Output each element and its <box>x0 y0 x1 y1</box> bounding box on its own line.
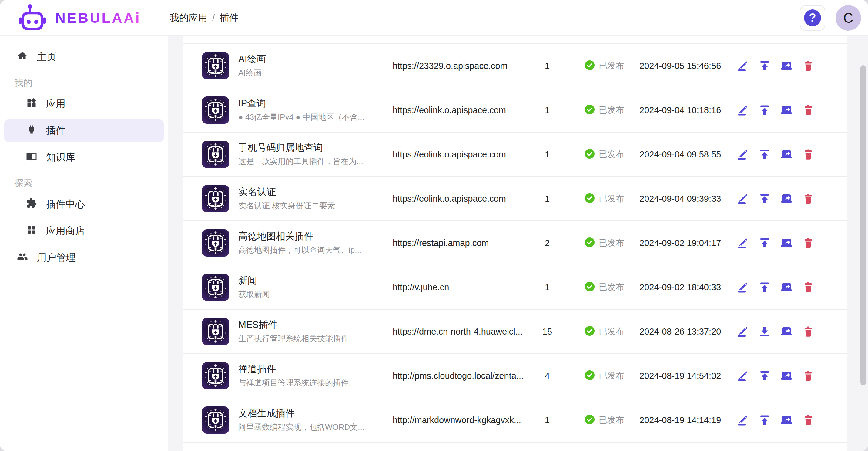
download-icon[interactable] <box>757 325 772 338</box>
delete-icon[interactable] <box>801 236 815 250</box>
share-icon[interactable] <box>779 369 794 383</box>
plugin-count: 15 <box>526 327 568 337</box>
plugin-count: 1 <box>526 194 568 204</box>
publish-icon[interactable] <box>757 280 772 294</box>
table-row[interactable]: IP查询 ● 43亿全量IPv4 ● 中国地区（不含... https://eo… <box>183 88 847 132</box>
share-icon[interactable] <box>779 413 794 427</box>
sidebar-item-app-store[interactable]: 应用商店 <box>4 220 164 242</box>
table-row[interactable]: 手机号码归属地查询 这是一款实用的工具插件，旨在为... https://eol… <box>183 132 847 177</box>
delete-icon[interactable] <box>801 192 815 206</box>
plugin-tile-icon <box>202 362 229 389</box>
sidebar-section-mine: 我的 <box>0 77 168 89</box>
status-label: 已发布 <box>599 149 624 160</box>
updated-date: 2024-09-05 15:46:56 <box>640 61 715 71</box>
table-row[interactable]: 高德地图相关插件 高德地图插件，可以查询天气、ip... https://res… <box>183 221 847 265</box>
table-row[interactable]: 文档生成插件 阿里函数编程实现，包括WORD文... http://markdo… <box>183 398 847 443</box>
publish-icon[interactable] <box>757 413 772 427</box>
edit-icon[interactable] <box>736 59 750 73</box>
status-badge: 已发布 <box>585 414 640 426</box>
breadcrumb-parent[interactable]: 我的应用 <box>170 11 207 24</box>
table-row[interactable]: 实名认证 实名认证 核实身份证二要素 https://eolink.o.apis… <box>183 177 847 221</box>
plugin-name: 新闻 <box>238 275 381 287</box>
plugin-name: 实名认证 <box>238 186 381 198</box>
updated-date: 2024-08-26 13:37:20 <box>640 327 715 337</box>
apps-icon <box>26 224 37 238</box>
delete-icon[interactable] <box>801 280 815 294</box>
updated-date: 2024-08-19 14:14:19 <box>640 415 715 425</box>
share-icon[interactable] <box>779 325 794 338</box>
table-row[interactable]: 新闻 获取新闻 http://v.juhe.cn 1 已发布 2024-09-0… <box>183 265 847 310</box>
avatar[interactable]: C <box>836 5 861 31</box>
plugin-description: 获取新闻 <box>238 289 381 300</box>
help-button[interactable]: ? <box>800 5 825 31</box>
share-icon[interactable] <box>779 103 794 117</box>
updated-date: 2024-09-04 09:39:33 <box>640 194 715 204</box>
share-icon[interactable] <box>779 280 794 294</box>
plugin-name-cell: MES插件 生产执行管理系统相关技能插件 <box>238 319 381 344</box>
brand-logo[interactable]: NEBULAAi <box>0 3 170 32</box>
delete-icon[interactable] <box>801 369 815 383</box>
delete-icon[interactable] <box>801 103 815 117</box>
share-icon[interactable] <box>779 192 794 206</box>
plugin-description: ● 43亿全量IPv4 ● 中国地区（不含... <box>238 112 381 123</box>
table-row[interactable]: MES插件 生产执行管理系统相关技能插件 https://dme.cn-nort… <box>183 310 847 354</box>
vertical-scrollbar[interactable] <box>861 65 866 385</box>
publish-icon[interactable] <box>757 103 772 117</box>
plugin-url: https://restapi.amap.com <box>393 238 526 248</box>
delete-icon[interactable] <box>801 325 815 338</box>
edit-icon[interactable] <box>736 147 750 161</box>
plugin-url: https://eolink.o.apispace.com <box>393 150 526 159</box>
publish-icon[interactable] <box>757 192 772 206</box>
plugin-tile-icon <box>202 185 229 212</box>
sidebar-item-label: 插件 <box>46 124 65 138</box>
plugin-count: 1 <box>526 150 568 159</box>
users-icon <box>17 251 28 265</box>
sidebar-item-plugins[interactable]: 插件 <box>4 120 164 142</box>
status-badge: 已发布 <box>585 370 640 382</box>
publish-icon[interactable] <box>757 147 772 161</box>
sidebar-item-plugin-center[interactable]: 插件中心 <box>4 193 164 216</box>
delete-icon[interactable] <box>801 413 815 427</box>
edit-icon[interactable] <box>736 413 750 427</box>
plugin-tile-icon <box>202 229 229 257</box>
row-actions <box>736 103 815 117</box>
plugin-tile-icon <box>202 96 229 124</box>
plugin-name-cell: AI绘画 AI绘画 <box>238 53 381 78</box>
plugin-name: 高德地图相关插件 <box>238 231 381 242</box>
edit-icon[interactable] <box>736 280 750 294</box>
status-label: 已发布 <box>599 326 624 337</box>
edit-icon[interactable] <box>736 103 750 117</box>
published-check-icon <box>585 60 594 71</box>
top-right-controls: ? C <box>800 5 868 31</box>
share-icon[interactable] <box>779 59 794 73</box>
sidebar-item-user-management[interactable]: 用户管理 <box>4 247 164 269</box>
plugin-url: https://eolink.o.apispace.com <box>393 194 526 204</box>
share-icon[interactable] <box>779 147 794 161</box>
updated-date: 2024-09-04 10:18:16 <box>640 105 715 115</box>
share-icon[interactable] <box>779 236 794 250</box>
edit-icon[interactable] <box>736 369 750 383</box>
publish-icon[interactable] <box>757 369 772 383</box>
edit-icon[interactable] <box>736 192 750 206</box>
edit-icon[interactable] <box>736 236 750 250</box>
delete-icon[interactable] <box>801 59 815 73</box>
plugin-description: AI绘画 <box>238 68 381 78</box>
published-check-icon <box>585 238 594 248</box>
published-check-icon <box>585 193 594 204</box>
edit-icon[interactable] <box>736 325 750 338</box>
delete-icon[interactable] <box>801 147 815 161</box>
sidebar-item-apps[interactable]: 应用 <box>4 93 164 115</box>
main-layout: 主页 我的 应用 插件 知识库 探索 <box>0 36 868 451</box>
sidebar-item-knowledge[interactable]: 知识库 <box>4 146 164 169</box>
widgets-icon <box>26 97 37 111</box>
plugin-name: AI绘画 <box>238 53 381 65</box>
sidebar-item-home[interactable]: 主页 <box>4 46 164 68</box>
publish-icon[interactable] <box>757 236 772 250</box>
sidebar-item-label: 主页 <box>37 50 56 64</box>
publish-icon[interactable] <box>757 59 772 73</box>
sidebar-item-label: 知识库 <box>46 151 75 164</box>
table-row[interactable]: AI绘画 AI绘画 https://23329.o.apispace.com 1… <box>183 44 847 88</box>
sidebar-item-label: 应用商店 <box>46 224 85 238</box>
status-badge: 已发布 <box>585 281 640 293</box>
table-row[interactable]: 禅道插件 与禅道项目管理系统连接的插件。 http://pms.cloudtog… <box>183 354 847 398</box>
